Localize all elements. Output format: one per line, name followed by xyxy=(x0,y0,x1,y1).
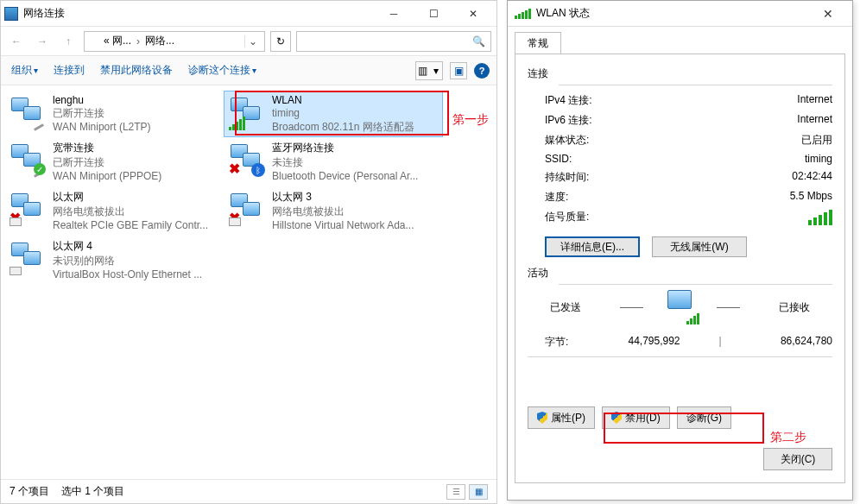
check-icon: ✓ xyxy=(34,163,46,175)
ipv4-label: IPv4 连接: xyxy=(545,93,648,108)
signal-bars-icon xyxy=(808,210,832,225)
properties-button[interactable]: 属性(P) xyxy=(528,406,595,429)
chevron-right-icon[interactable]: › xyxy=(135,35,142,47)
cmd-connect-to[interactable]: 连接到 xyxy=(50,61,88,79)
minimize-button[interactable]: ─ xyxy=(374,1,414,27)
section-connection: 连接 xyxy=(528,66,832,81)
dialog-title: WLAN 状态 xyxy=(536,6,590,21)
diagnose-button[interactable]: 诊断(G) xyxy=(677,406,731,429)
cmd-disable-device[interactable]: 禁用此网络设备 xyxy=(97,61,176,79)
media-value: 已启用 xyxy=(801,133,832,148)
bytes-label: 字节: xyxy=(545,335,597,350)
titlebar: 网络连接 ─ ☐ ✕ xyxy=(1,1,496,27)
tiles-icon: ▥ xyxy=(416,62,429,79)
adapter-ethernet-3[interactable]: ✖ 以太网 3网络电缆被拔出Hillstone Virtual Network … xyxy=(224,186,443,236)
adapter-ethernet-4[interactable]: 以太网 4未识别的网络VirtualBox Host-Only Ethernet… xyxy=(4,236,224,285)
speed-label: 速度: xyxy=(545,190,648,205)
adapter-bluetooth[interactable]: ✖ ᛒ 蓝牙网络连接未连接Bluetooth Device (Personal … xyxy=(224,137,443,186)
annotation-step-2: 第二步 xyxy=(770,430,806,445)
wlan-status-dialog: WLAN 状态 ✕ 常规 连接 IPv4 连接:Internet IPv6 连接… xyxy=(507,0,853,501)
dialog-close-button[interactable]: ✕ xyxy=(811,2,845,26)
ssid-label: SSID: xyxy=(545,153,648,165)
network-icon xyxy=(4,7,18,21)
maximize-button[interactable]: ☐ xyxy=(414,1,453,27)
nav-row: ← → ↑ « 网... › 网络... ⌄ ↻ 🔍 xyxy=(1,27,496,56)
dialog-titlebar: WLAN 状态 ✕ xyxy=(508,1,852,27)
adapter-lenghu[interactable]: lenghu已断开连接WAN Miniport (L2TP) xyxy=(4,91,224,137)
disable-button[interactable]: 禁用(D) xyxy=(602,406,670,429)
adapter-ethernet[interactable]: ✖ 以太网网络电缆被拔出Realtek PCIe GBE Family Cont… xyxy=(4,186,224,236)
shield-icon xyxy=(537,412,547,424)
tab-general[interactable]: 常规 xyxy=(515,32,561,54)
duration-value: 02:42:44 xyxy=(792,170,832,185)
bytes-sent: 44,795,992 xyxy=(597,335,711,350)
ipv4-value: Internet xyxy=(797,93,832,108)
search-icon: 🔍 xyxy=(472,35,485,47)
chevron-down-icon[interactable]: ⌄ xyxy=(244,35,261,47)
ethernet-jack-icon xyxy=(9,267,22,275)
command-bar: 组织▾ 连接到 禁用此网络设备 诊断这个连接▾ ▥ ▾ ▣ ? xyxy=(1,56,496,85)
speed-value: 5.5 Mbps xyxy=(790,190,832,205)
activity-icon xyxy=(661,290,699,324)
network-icon xyxy=(88,35,100,47)
sent-label: 已发送 xyxy=(528,300,603,315)
details-button[interactable]: 详细信息(E)... xyxy=(545,236,640,257)
received-label: 已接收 xyxy=(757,300,832,315)
ipv6-value: Internet xyxy=(797,113,832,128)
ssid-value: timing xyxy=(805,153,832,165)
up-button[interactable]: ↑ xyxy=(58,31,79,52)
media-label: 媒体状态: xyxy=(545,133,648,148)
wireless-properties-button[interactable]: 无线属性(W) xyxy=(652,236,747,257)
ethernet-jack-icon xyxy=(229,217,241,226)
back-button[interactable]: ← xyxy=(6,31,27,52)
section-activity: 活动 xyxy=(528,266,832,280)
tab-strip: 常规 xyxy=(508,27,852,54)
view-toggle[interactable]: ▥ ▾ xyxy=(415,61,443,80)
signal-bars-icon xyxy=(229,117,245,130)
bytes-received: 86,624,780 xyxy=(729,335,832,350)
tiles-view-button[interactable]: ▦ xyxy=(469,484,488,500)
item-count: 7 个项目 xyxy=(9,484,49,499)
items-area: lenghu已断开连接WAN Miniport (L2TP) WLANtimin… xyxy=(1,85,496,290)
dialog-body: 连接 IPv4 连接:Internet IPv6 连接:Internet 媒体状… xyxy=(515,54,845,483)
close-button[interactable]: 关闭(C) xyxy=(763,448,832,470)
help-icon[interactable]: ? xyxy=(474,63,490,79)
breadcrumb-2[interactable]: 网络... xyxy=(145,34,174,48)
disconnected-icon: ✖ xyxy=(229,161,240,177)
preview-pane-button[interactable]: ▣ xyxy=(450,62,467,79)
status-bar: 7 个项目 选中 1 个项目 ☰ ▦ xyxy=(1,479,496,503)
wifi-icon xyxy=(515,9,531,19)
details-view-button[interactable]: ☰ xyxy=(446,484,465,500)
duration-label: 持续时间: xyxy=(545,170,648,185)
adapter-broadband[interactable]: ✓ 宽带连接已断开连接WAN Miniport (PPPOE) xyxy=(4,137,224,186)
refresh-button[interactable]: ↻ xyxy=(270,31,291,52)
chevron-down-icon: ▾ xyxy=(429,62,442,79)
signal-label: 信号质量: xyxy=(545,210,648,225)
search-input[interactable]: 🔍 xyxy=(296,31,491,52)
network-connections-window: 网络连接 ─ ☐ ✕ ← → ↑ « 网... › 网络... ⌄ ↻ 🔍 组织… xyxy=(0,0,497,504)
ipv6-label: IPv6 连接: xyxy=(545,113,648,128)
close-button[interactable]: ✕ xyxy=(453,1,493,27)
bluetooth-icon: ᛒ xyxy=(251,163,265,177)
cmd-diagnose[interactable]: 诊断这个连接▾ xyxy=(185,61,260,79)
annotation-step-1: 第一步 xyxy=(452,112,489,128)
breadcrumb-1[interactable]: « 网... xyxy=(104,34,131,48)
selection-count: 选中 1 个项目 xyxy=(61,484,124,499)
cmd-organize[interactable]: 组织▾ xyxy=(8,61,41,79)
window-title: 网络连接 xyxy=(23,6,65,21)
address-bar[interactable]: « 网... › 网络... ⌄ xyxy=(84,31,265,52)
ethernet-jack-icon xyxy=(9,217,22,226)
shield-icon xyxy=(611,412,622,424)
adapter-wlan[interactable]: WLANtimingBroadcom 802.11n 网络适配器 xyxy=(224,91,443,137)
forward-button[interactable]: → xyxy=(32,31,53,52)
